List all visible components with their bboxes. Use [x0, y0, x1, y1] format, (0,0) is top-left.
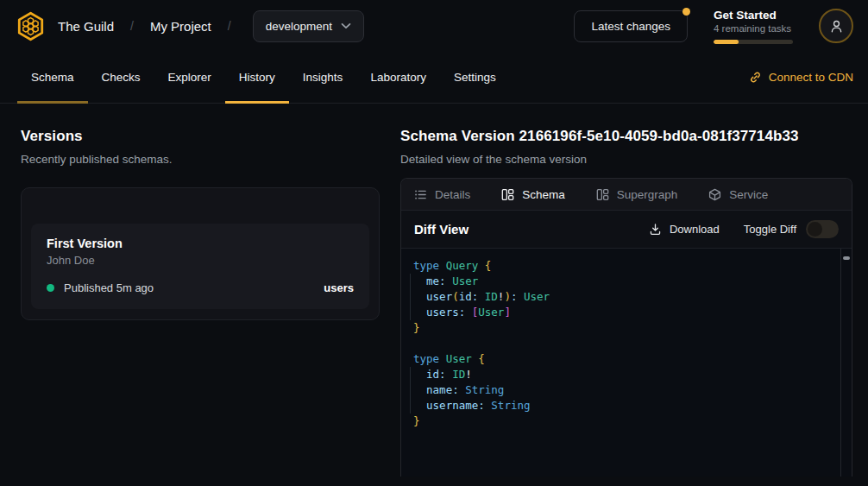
code-token: )	[504, 290, 511, 303]
code-line: }	[401, 413, 852, 429]
code-token: {	[478, 352, 485, 365]
get-started-progress-track	[714, 40, 793, 44]
main-nav: SchemaChecksExplorerHistoryInsightsLabor…	[0, 52, 868, 104]
nav-tab-label: History	[239, 71, 275, 84]
code-scrollbar-thumb[interactable]	[843, 256, 850, 260]
schema-detail-card: DetailsSchemaSupergraphService Diff View…	[400, 178, 852, 477]
indent-guide	[410, 289, 411, 305]
nav-tab-underline	[225, 101, 289, 104]
detail-tabs: DetailsSchemaSupergraphService	[401, 179, 852, 211]
indent-guide	[410, 305, 411, 320]
latest-changes-button[interactable]: Latest changes	[574, 10, 688, 42]
nav-tab-label: Insights	[303, 71, 343, 84]
nav-tab-label: Explorer	[168, 71, 211, 84]
code-token: type	[413, 259, 446, 272]
latest-changes-label: Latest changes	[591, 20, 670, 33]
toggle-diff-label: Toggle Diff	[744, 223, 796, 236]
download-icon	[649, 223, 662, 236]
toggle-diff-switch[interactable]	[806, 220, 839, 238]
cube-icon	[708, 188, 721, 201]
code-line: me: User	[401, 274, 852, 289]
get-started-progress-fill	[714, 40, 739, 44]
code-token: (	[452, 290, 459, 303]
code-token	[465, 306, 472, 319]
chevron-down-icon	[341, 22, 351, 29]
diff-view-title: Diff View	[414, 222, 469, 237]
code-token: ID	[452, 368, 465, 381]
code-scrollbar[interactable]	[840, 249, 852, 477]
download-button[interactable]: Download	[649, 223, 720, 236]
versions-list-card: First Version John Doe Published 5m ago …	[21, 187, 380, 320]
detail-tab-supergraph[interactable]: Supergraph	[596, 188, 678, 201]
code-token: me:	[413, 275, 446, 287]
person-icon	[828, 18, 845, 35]
published-status-dot	[47, 284, 54, 292]
code-token: username:	[413, 399, 485, 412]
nav-tab-settings[interactable]: Settings	[440, 52, 510, 103]
nav-tab-insights[interactable]: Insights	[289, 52, 357, 103]
target-dropdown[interactable]: development	[253, 10, 364, 42]
service-badge: users	[324, 281, 354, 294]
nav-tab-checks[interactable]: Checks	[88, 52, 154, 103]
connect-cdn-label: Connect to CDN	[769, 71, 853, 84]
breadcrumb-project[interactable]: My Project	[150, 19, 211, 34]
code-token: User	[524, 290, 550, 303]
download-label: Download	[670, 223, 720, 236]
detail-tab-label: Details	[435, 188, 470, 201]
nav-tab-explorer[interactable]: Explorer	[154, 52, 225, 103]
indent-guide	[410, 398, 411, 413]
detail-tab-service[interactable]: Service	[708, 188, 768, 201]
detail-tab-label: Service	[729, 188, 768, 201]
code-token: users:	[413, 306, 465, 319]
code-token: !	[465, 368, 472, 381]
versions-title: Versions	[21, 128, 380, 145]
code-token: User	[478, 306, 504, 319]
code-line: type User {	[401, 351, 852, 367]
schema-version-title: Schema Version 2166196f-5e10-4059-bd0a-0…	[400, 128, 852, 145]
app-header: The Guild / My Project / development Lat…	[0, 0, 868, 52]
avatar-button[interactable]	[819, 9, 853, 43]
connect-cdn-link[interactable]: Connect to CDN	[749, 52, 853, 103]
nav-tab-history[interactable]: History	[225, 52, 289, 103]
diff-view-header: Diff View Download Toggle Diff	[401, 211, 852, 249]
breadcrumb-org[interactable]: The Guild	[58, 19, 114, 34]
code-line: users: [User]	[401, 305, 852, 320]
code-token: ]	[504, 306, 511, 319]
version-author: John Doe	[47, 254, 354, 267]
code-token: id:	[413, 368, 446, 381]
nav-tab-schema[interactable]: Schema	[17, 52, 88, 103]
get-started-subtitle: 4 remaining tasks	[714, 23, 793, 34]
columns-icon	[501, 188, 514, 201]
code-token	[478, 290, 485, 303]
hive-logo[interactable]	[15, 10, 47, 42]
code-token: User	[446, 352, 479, 365]
code-line	[401, 336, 852, 351]
target-dropdown-value: development	[266, 20, 332, 33]
nav-tab-label: Settings	[454, 71, 496, 84]
get-started-title: Get Started	[714, 9, 793, 22]
detail-tab-schema[interactable]: Schema	[501, 188, 565, 201]
code-token: }	[413, 321, 420, 334]
code-line: id: ID!	[401, 367, 852, 382]
schema-code-editor[interactable]: type Query { me: User user(id: ID!): Use…	[401, 249, 852, 477]
diff-controls: Download Toggle Diff	[649, 220, 839, 238]
detail-tab-details[interactable]: Details	[414, 188, 470, 201]
code-line: user(id: ID!): User	[401, 289, 852, 305]
code-line: type Query {	[401, 258, 852, 274]
breadcrumb-separator: /	[228, 19, 231, 33]
toggle-diff-control: Toggle Diff	[744, 220, 839, 238]
code-token: }	[413, 414, 420, 427]
breadcrumb: The Guild / My Project /	[58, 19, 248, 34]
code-token: ID	[485, 290, 498, 303]
code-token: String	[491, 399, 530, 412]
version-list-item[interactable]: First Version John Doe Published 5m ago …	[31, 224, 369, 309]
code-line: }	[401, 320, 852, 336]
get-started-widget[interactable]: Get Started 4 remaining tasks	[714, 9, 793, 44]
nav-tab-laboratory[interactable]: Laboratory	[356, 52, 440, 103]
breadcrumb-separator: /	[130, 19, 134, 33]
code-token: type	[413, 352, 446, 365]
detail-tab-label: Schema	[522, 188, 565, 201]
version-name: First Version	[47, 237, 354, 250]
indent-guide	[410, 367, 411, 382]
code-token: String	[465, 383, 504, 396]
